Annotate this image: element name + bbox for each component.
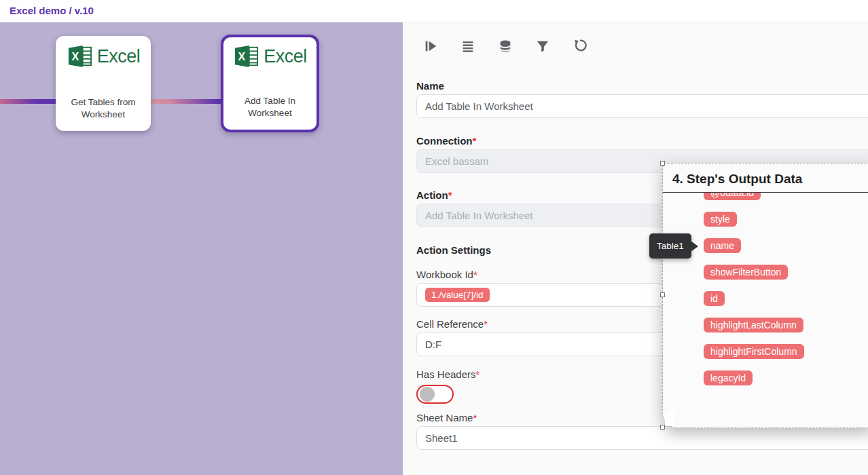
output-field-chip[interactable]: style (704, 212, 737, 227)
excel-logo: X Excel (223, 43, 317, 70)
output-field-list[interactable]: @odata.id style name showFilterButton id… (663, 193, 868, 426)
toggle-knob (420, 387, 435, 402)
cell-reference-label: Cell Reference* (416, 318, 488, 330)
excel-logo: X Excel (56, 43, 151, 70)
has-headers-toggle[interactable] (416, 385, 454, 404)
output-field-chip[interactable]: name (704, 238, 741, 253)
excel-wordmark: Excel (97, 46, 141, 67)
step-output-data-panel[interactable]: 4. Step's Output Data @odata.id style na… (662, 163, 868, 428)
connection-label: Connection* (416, 135, 476, 147)
workflow-node-get-tables[interactable]: X Excel Get Tables from Worksheet (56, 36, 151, 131)
list-icon[interactable] (460, 39, 475, 54)
app-window: Excel demo / v.10 X Excel Get Tables fro… (0, 0, 868, 475)
svg-text:X: X (71, 50, 79, 62)
excel-wordmark: Excel (264, 46, 307, 67)
output-field-chip[interactable]: highlightLastColumn (704, 318, 803, 332)
resize-handle-top-left[interactable] (660, 161, 665, 166)
action-settings-heading: Action Settings (416, 244, 491, 256)
connector-edge-between (146, 99, 224, 104)
excel-icon: X (233, 45, 259, 68)
svg-text:X: X (238, 50, 246, 62)
output-field-chip[interactable]: highlightFirstColumn (704, 344, 804, 359)
undo-icon[interactable] (573, 39, 587, 54)
workflow-canvas[interactable]: X Excel Get Tables from Worksheet X (0, 22, 403, 475)
top-bar: Excel demo / v.10 (0, 0, 868, 22)
workbook-id-mapping-chip[interactable]: 1./value[7]/id (425, 288, 490, 302)
inspector-toolbar (423, 39, 587, 54)
output-field-chip[interactable]: id (704, 291, 725, 306)
database-icon[interactable] (498, 39, 513, 54)
output-field-chip[interactable]: legacyId (704, 370, 753, 385)
name-input[interactable]: Add Table In Worksheet (416, 94, 868, 118)
panel-scrollbar-thumb[interactable] (665, 411, 675, 426)
workbook-id-label: Workbook Id* (416, 269, 477, 280)
sheet-name-input[interactable]: Sheet1 (416, 426, 868, 450)
output-panel-title: 4. Step's Output Data (663, 164, 868, 193)
action-label: Action* (416, 189, 452, 201)
run-step-icon[interactable] (423, 39, 438, 54)
name-label: Name (416, 80, 444, 92)
output-field-chip[interactable]: @odata.id (704, 193, 761, 200)
filter-icon[interactable] (535, 39, 550, 54)
excel-icon: X (67, 45, 92, 68)
field-value-tooltip: Table1 (649, 233, 691, 259)
node-label: Get Tables from Worksheet (56, 96, 151, 121)
resize-handle-middle-left[interactable] (660, 292, 665, 297)
sheet-name-label: Sheet Name* (416, 412, 477, 423)
workflow-node-add-table-selected[interactable]: X Excel Add Table In Worksheet (221, 35, 319, 132)
resize-handle-bottom-left[interactable] (660, 425, 665, 430)
breadcrumb-title[interactable]: Excel demo / v.10 (10, 5, 94, 16)
has-headers-label: Has Headers* (416, 368, 480, 380)
node-label: Add Table In Worksheet (223, 95, 317, 119)
output-field-chip[interactable]: showFilterButton (704, 265, 788, 280)
